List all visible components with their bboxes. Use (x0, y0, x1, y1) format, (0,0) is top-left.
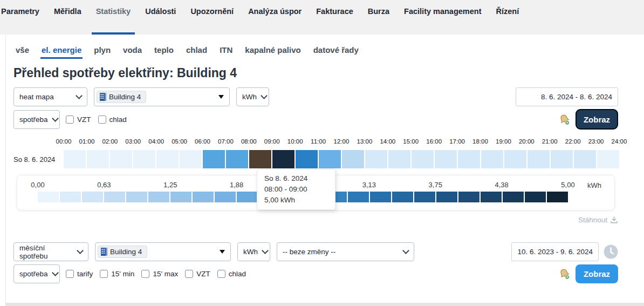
show-button-monthly[interactable]: Zobraz (576, 264, 618, 283)
legend-color-segment (525, 192, 546, 202)
section1-checkbox-group: VZTchlad (66, 115, 127, 124)
heat-cell-6[interactable] (203, 150, 225, 168)
view-type-select-2[interactable]: měsíční spotřebu (13, 242, 88, 261)
heat-cell-21[interactable] (551, 150, 573, 168)
chevron-down-icon (52, 115, 59, 122)
nav-item-upozorn-n[interactable]: Upozornění (190, 7, 234, 35)
unit-select-2[interactable]: kWh (237, 242, 270, 261)
time-axis-label: 18:00 (472, 138, 488, 145)
download-link[interactable]: Stáhnout (6, 216, 644, 224)
heat-cell-18[interactable] (481, 150, 503, 168)
checkbox-chlad[interactable]: chlad (217, 270, 246, 278)
tab-el-energie[interactable]: el. energie (42, 45, 81, 59)
checkbox-box-icon[interactable] (141, 270, 149, 278)
tab-teplo[interactable]: teplo (154, 45, 174, 59)
time-axis-label: 16:00 (426, 138, 442, 145)
heat-cell-3[interactable] (133, 150, 155, 168)
tab-chlad[interactable]: chlad (186, 45, 207, 59)
checkbox-chlad[interactable]: chlad (98, 115, 127, 124)
nav-item-m-idla[interactable]: Měřidla (54, 7, 81, 35)
nav-item-anal-za-spor[interactable]: Analýza úspor (248, 7, 302, 35)
unit-select-value: kWh (242, 93, 257, 101)
heat-cell-16[interactable] (435, 150, 457, 168)
nav-item-ud-losti[interactable]: Události (145, 7, 176, 35)
heat-cell-2[interactable] (110, 150, 132, 168)
section2-controls-row2: spotřeba tarify15' min15' maxVZTchlad Zo… (6, 264, 644, 283)
nav-item-facility-management[interactable]: Facility management (404, 7, 481, 35)
nav-item-fakturace[interactable]: Fakturace (316, 7, 353, 35)
heatmap-tooltip: So 8. 6. 2024 08:00 - 09:00 5,00 kWh (257, 169, 335, 210)
tab-voda[interactable]: voda (123, 45, 142, 59)
checkbox-label: chlad (109, 115, 127, 124)
time-axis-label: 12:00 (334, 138, 350, 145)
checkbox-box-icon[interactable] (66, 115, 74, 124)
tab-datov-ady[interactable]: datové řady (313, 45, 359, 59)
nav-item-parametry[interactable]: Parametry (1, 7, 39, 35)
checkbox-box-icon[interactable] (217, 270, 225, 278)
nav-item-statistiky[interactable]: Statistiky (96, 7, 131, 35)
tab-plyn[interactable]: plyn (94, 45, 111, 59)
compare-select[interactable]: -- beze změny -- (277, 242, 414, 261)
heat-cell-5[interactable] (180, 150, 202, 168)
tab-itn[interactable]: ITN (220, 45, 232, 59)
section1-controls-row1: heat mapa Building 4 kWh (6, 87, 644, 106)
building-chip: Building 4 (98, 246, 147, 258)
clock-icon[interactable] (604, 244, 618, 259)
checkbox-vzt[interactable]: VZT (185, 270, 210, 278)
building-select[interactable]: Building 4 (94, 87, 230, 106)
heat-cell-11[interactable] (319, 150, 341, 168)
checkbox-15-max[interactable]: 15' max (141, 270, 178, 278)
heat-cell-0[interactable] (64, 150, 86, 168)
time-axis-label: 15:00 (403, 138, 419, 145)
checkbox-label: tarify (77, 270, 93, 278)
section2-controls-row1: měsíční spotřebu Building 4 kWh -- beze … (6, 242, 644, 261)
nav-item-burza[interactable]: Burza (368, 7, 389, 35)
heat-cell-1[interactable] (87, 150, 109, 168)
heat-cell-19[interactable] (504, 150, 526, 168)
add-alert-bell-icon[interactable] (558, 268, 571, 280)
add-alert-bell-icon[interactable] (558, 113, 571, 126)
date-range-input-2[interactable] (511, 242, 599, 261)
checkbox-box-icon[interactable] (98, 115, 106, 124)
checkbox-box-icon[interactable] (100, 270, 108, 278)
download-icon (610, 216, 618, 224)
checkbox-box-icon[interactable] (66, 270, 74, 278)
heat-cell-14[interactable] (388, 150, 410, 168)
heat-cell-23[interactable] (597, 150, 619, 168)
date-range-input[interactable] (516, 87, 618, 106)
time-axis-label: 06:00 (195, 138, 210, 145)
building-select-2[interactable]: Building 4 (95, 242, 231, 261)
metric-select-value: spotřeba (19, 115, 48, 124)
heat-cell-8[interactable] (249, 150, 271, 168)
metric-select-2[interactable]: spotřeba (13, 264, 60, 283)
heat-cell-7[interactable] (226, 150, 248, 168)
chevron-down-icon (52, 269, 59, 276)
metric-select[interactable]: spotřeba (13, 110, 60, 129)
heat-cell-9[interactable] (272, 150, 294, 168)
view-type-select[interactable]: heat mapa (13, 87, 87, 106)
legend-color-segment (38, 192, 59, 202)
heat-cell-10[interactable] (296, 150, 318, 168)
checkbox-15-min[interactable]: 15' min (100, 270, 134, 278)
checkbox-tarify[interactable]: tarify (66, 270, 93, 278)
tab-v-e[interactable]: vše (16, 45, 29, 59)
legend-color-segment (547, 192, 568, 202)
checkbox-box-icon[interactable] (185, 270, 193, 278)
show-button-heatmap[interactable]: Zobraz (576, 109, 618, 130)
heat-cell-17[interactable] (458, 150, 480, 168)
legend-color-segment (414, 192, 435, 202)
tooltip-interval: 08:00 - 09:00 (264, 184, 328, 195)
tab-kapaln-palivo[interactable]: kapalné palivo (245, 45, 300, 59)
checkbox-vzt[interactable]: VZT (66, 115, 91, 124)
unit-select[interactable]: kWh (236, 87, 269, 106)
heat-cell-20[interactable] (527, 150, 550, 168)
heat-cell-22[interactable] (574, 150, 596, 168)
heat-cell-12[interactable] (342, 150, 364, 168)
nav-item-zen[interactable]: Řízení (496, 7, 519, 35)
chevron-down-icon (402, 247, 409, 254)
heat-cell-15[interactable] (412, 150, 434, 168)
unit-select-2-value: kWh (243, 248, 258, 256)
heat-cell-4[interactable] (156, 150, 179, 168)
heat-cell-13[interactable] (365, 150, 387, 168)
legend-color-segment (60, 192, 81, 202)
